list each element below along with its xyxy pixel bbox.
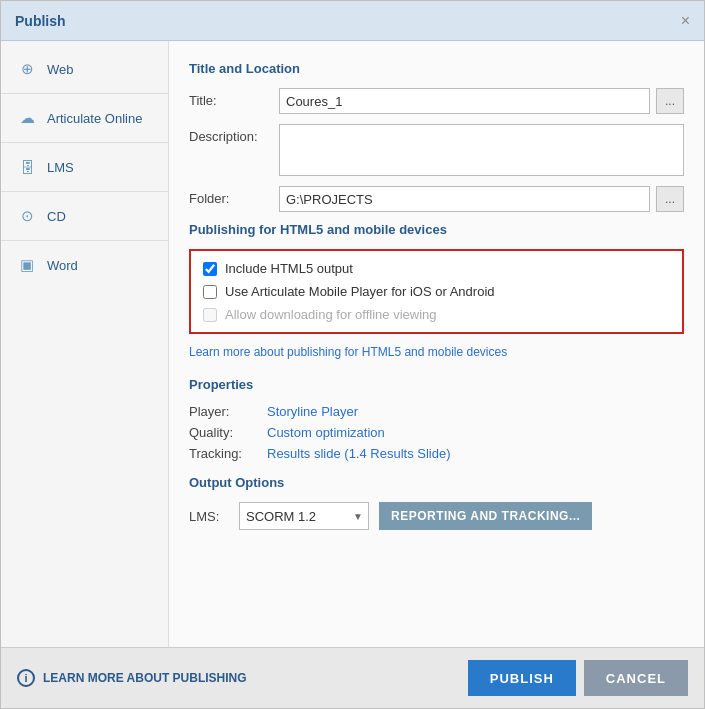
offline-checkbox[interactable]	[203, 308, 217, 322]
mobile-player-row: Use Articulate Mobile Player for iOS or …	[203, 284, 670, 299]
output-options-heading: Output Options	[189, 475, 684, 490]
folder-browse-button[interactable]: ...	[656, 186, 684, 212]
title-row: Title: ...	[189, 88, 684, 114]
sidebar-divider-3	[1, 191, 168, 192]
sidebar-item-word[interactable]: ▣ Word	[1, 245, 168, 285]
folder-input[interactable]	[279, 186, 650, 212]
articulate-online-icon: ☁	[17, 108, 37, 128]
tracking-value: Results slide (1.4 Results Slide)	[267, 446, 451, 461]
main-content: Title and Location Title: ... Descriptio…	[169, 41, 704, 647]
html5-learn-more-link[interactable]: Learn more about publishing for HTML5 an…	[189, 345, 507, 359]
footer-buttons: PUBLISH CANCEL	[468, 660, 688, 696]
quality-value: Custom optimization	[267, 425, 385, 440]
sidebar: ⊕ Web ☁ Articulate Online 🗄 LMS ⊙ CD ▣ W…	[1, 41, 169, 647]
sidebar-divider-2	[1, 142, 168, 143]
title-field: ...	[279, 88, 684, 114]
lms-label: LMS:	[189, 509, 229, 524]
description-input[interactable]	[279, 124, 684, 176]
sidebar-divider-1	[1, 93, 168, 94]
sidebar-divider-4	[1, 240, 168, 241]
sidebar-item-web-label: Web	[47, 62, 74, 77]
footer-learn-more[interactable]: i LEARN MORE ABOUT PUBLISHING	[17, 669, 247, 687]
player-label: Player:	[189, 404, 259, 419]
html5-section-heading: Publishing for HTML5 and mobile devices	[189, 222, 684, 237]
player-value: Storyline Player	[267, 404, 358, 419]
cancel-button[interactable]: CANCEL	[584, 660, 688, 696]
publish-dialog: Publish × ⊕ Web ☁ Articulate Online 🗄 LM…	[0, 0, 705, 709]
tracking-label: Tracking:	[189, 446, 259, 461]
description-field	[279, 124, 684, 176]
title-browse-button[interactable]: ...	[656, 88, 684, 114]
folder-label: Folder:	[189, 186, 279, 206]
sidebar-item-web[interactable]: ⊕ Web	[1, 49, 168, 89]
include-html5-checkbox[interactable]	[203, 262, 217, 276]
sidebar-item-articulate-online[interactable]: ☁ Articulate Online	[1, 98, 168, 138]
description-row: Description:	[189, 124, 684, 176]
properties-section: Properties Player: Storyline Player Qual…	[189, 377, 684, 461]
dialog-title: Publish	[15, 13, 66, 29]
lms-icon: 🗄	[17, 157, 37, 177]
mobile-player-checkbox[interactable]	[203, 285, 217, 299]
mobile-player-label[interactable]: Use Articulate Mobile Player for iOS or …	[225, 284, 495, 299]
web-icon: ⊕	[17, 59, 37, 79]
player-row: Player: Storyline Player	[189, 404, 684, 419]
title-input[interactable]	[279, 88, 650, 114]
tracking-row: Tracking: Results slide (1.4 Results Sli…	[189, 446, 684, 461]
lms-select-wrapper: SCORM 1.2 SCORM 2004 AICC Tin Can API ▼	[239, 502, 369, 530]
folder-field: ...	[279, 186, 684, 212]
publish-button[interactable]: PUBLISH	[468, 660, 576, 696]
lms-row: LMS: SCORM 1.2 SCORM 2004 AICC Tin Can A…	[189, 502, 684, 530]
description-label: Description:	[189, 124, 279, 144]
dialog-header: Publish ×	[1, 1, 704, 41]
html5-options-box: Include HTML5 output Use Articulate Mobi…	[189, 249, 684, 334]
reporting-tracking-button[interactable]: REPORTING AND TRACKING...	[379, 502, 592, 530]
offline-label: Allow downloading for offline viewing	[225, 307, 437, 322]
dialog-body: ⊕ Web ☁ Articulate Online 🗄 LMS ⊙ CD ▣ W…	[1, 41, 704, 647]
output-options-section: Output Options LMS: SCORM 1.2 SCORM 2004…	[189, 475, 684, 530]
sidebar-item-cd[interactable]: ⊙ CD	[1, 196, 168, 236]
footer-learn-more-label: LEARN MORE ABOUT PUBLISHING	[43, 671, 247, 685]
folder-row: Folder: ...	[189, 186, 684, 212]
sidebar-item-lms[interactable]: 🗄 LMS	[1, 147, 168, 187]
sidebar-item-lms-label: LMS	[47, 160, 74, 175]
info-icon: i	[17, 669, 35, 687]
properties-heading: Properties	[189, 377, 684, 392]
word-icon: ▣	[17, 255, 37, 275]
sidebar-item-articulate-label: Articulate Online	[47, 111, 142, 126]
sidebar-item-cd-label: CD	[47, 209, 66, 224]
dialog-footer: i LEARN MORE ABOUT PUBLISHING PUBLISH CA…	[1, 647, 704, 708]
cd-icon: ⊙	[17, 206, 37, 226]
lms-select[interactable]: SCORM 1.2 SCORM 2004 AICC Tin Can API	[239, 502, 369, 530]
quality-row: Quality: Custom optimization	[189, 425, 684, 440]
offline-row: Allow downloading for offline viewing	[203, 307, 670, 322]
title-label: Title:	[189, 88, 279, 108]
title-location-heading: Title and Location	[189, 61, 684, 76]
include-html5-label[interactable]: Include HTML5 output	[225, 261, 353, 276]
quality-label: Quality:	[189, 425, 259, 440]
close-button[interactable]: ×	[681, 13, 690, 29]
sidebar-item-word-label: Word	[47, 258, 78, 273]
include-html5-row: Include HTML5 output	[203, 261, 670, 276]
